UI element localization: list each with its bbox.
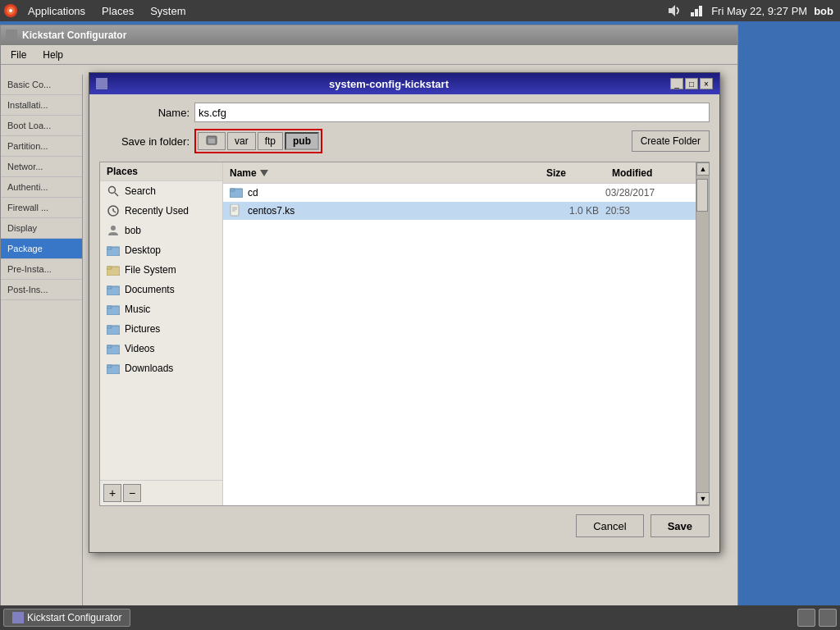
place-search-label: Search [125,185,156,197]
taskbar-icon-2[interactable] [819,609,837,627]
save-button[interactable]: Save [651,514,710,537]
place-bob-label: bob [125,225,141,236]
close-button[interactable]: × [700,78,713,89]
videos-folder-icon [107,342,120,355]
svg-rect-35 [230,189,235,191]
network-icon [688,2,705,19]
svg-point-18 [111,226,116,231]
scrollbar-track[interactable] [696,176,709,492]
place-search[interactable]: Search [100,181,222,201]
scroll-up-button[interactable]: ▲ [696,162,710,176]
scrollbar-thumb[interactable] [696,179,708,212]
save-dialog: system-config-kickstart _ □ × Name: Save… [89,72,720,553]
taskbar-kickstart-icon [12,612,24,623]
svg-rect-24 [107,286,112,289]
files-list: cd 03/28/2017 [223,184,696,505]
places-menu[interactable]: Places [95,3,140,19]
file-icon-centos7 [230,204,243,217]
sidebar-firewall[interactable]: Firewall ... [1,198,82,218]
taskbar-kickstart-button[interactable]: Kickstart Configurator [3,609,130,627]
file-modified-cd: 03/28/2017 [599,187,689,199]
sidebar-preinst[interactable]: Pre-Insta... [1,259,82,280]
place-desktop[interactable]: Desktop [100,240,222,260]
sidebar-postinst[interactable]: Post-Ins... [1,280,82,300]
desktop-folder-icon [107,244,120,257]
maximize-button[interactable]: □ [685,78,698,89]
place-documents[interactable]: Documents [100,280,222,299]
svg-point-2 [9,9,12,12]
svg-rect-30 [107,345,112,348]
breadcrumb-ftp-button[interactable]: ftp [258,132,283,150]
file-name-cd: cd [248,187,533,199]
dialog-titlebar: system-config-kickstart _ □ × [89,73,719,94]
sidebar-package[interactable]: Package [1,239,82,259]
add-place-button[interactable]: + [103,484,121,502]
sort-icon [260,170,268,176]
breadcrumb-pub-button[interactable]: pub [285,132,319,150]
file-size-centos7: 1.0 KB [533,205,599,217]
datetime: Fri May 22, 9:27 PM [711,5,807,17]
svg-rect-22 [107,267,112,269]
files-panel: Name Size Modified [223,162,696,505]
bg-window-icon [6,30,17,41]
files-scrollbar: ▲ ▼ [696,162,709,505]
modified-column-header[interactable]: Modified [605,164,696,182]
svg-rect-28 [107,326,112,328]
name-column-header[interactable]: Name [223,164,540,182]
breadcrumb-var-button[interactable]: var [227,132,256,150]
bg-menubar: File Help [1,45,737,65]
place-downloads[interactable]: Downloads [100,358,222,378]
place-videos[interactable]: Videos [100,339,222,358]
downloads-folder-icon [107,362,120,375]
sidebar-boot[interactable]: Boot Loa... [1,116,82,136]
place-music[interactable]: Music [100,299,222,319]
dialog-title: system-config-kickstart [107,78,670,90]
scroll-down-button[interactable]: ▼ [696,492,710,505]
bg-file-menu[interactable]: File [4,48,33,62]
file-item-centos7[interactable]: centos7.ks 1.0 KB 20:53 [223,202,696,220]
cancel-button[interactable]: Cancel [576,514,643,537]
sidebar-auth[interactable]: Authenti... [1,177,82,198]
place-pictures[interactable]: Pictures [100,319,222,339]
svg-rect-32 [107,365,112,368]
places-list: Search Recently Used [100,181,222,480]
svg-rect-9 [6,30,17,41]
folder-icon-cd [230,186,243,199]
svg-rect-40 [12,612,24,623]
sidebar-basic[interactable]: Basic Co... [1,75,82,95]
place-bob[interactable]: bob [100,221,222,240]
svg-rect-4 [691,12,694,16]
name-input[interactable] [194,103,710,122]
sidebar-display[interactable]: Display [1,218,82,239]
sidebar-network[interactable]: Networ... [1,157,82,177]
svg-rect-36 [231,204,239,216]
size-column-header[interactable]: Size [540,164,605,182]
name-row: Name: [99,103,710,122]
svg-rect-6 [699,6,702,16]
create-folder-button[interactable]: Create Folder [632,130,710,152]
place-recently-used[interactable]: Recently Used [100,201,222,221]
svg-rect-5 [695,9,698,16]
system-menu[interactable]: System [144,3,192,19]
pictures-folder-icon [107,322,120,336]
sidebar-partition[interactable]: Partition... [1,136,82,157]
bg-help-menu[interactable]: Help [36,48,70,62]
minimize-button[interactable]: _ [670,78,683,89]
svg-point-13 [109,187,116,194]
username: bob [814,5,833,17]
file-item-cd[interactable]: cd 03/28/2017 [223,184,696,202]
taskbar-icon-1[interactable] [797,609,815,627]
svg-rect-10 [96,78,107,89]
place-pictures-label: Pictures [125,323,160,335]
place-music-label: Music [125,304,150,315]
dialog-buttons: Cancel Save [99,514,710,544]
place-filesystem[interactable]: File System [100,260,222,280]
applications-menu[interactable]: Applications [21,3,92,19]
music-folder-icon [107,303,120,316]
breadcrumb-home-button[interactable] [198,132,226,150]
gnome-icon [3,3,18,18]
sidebar-install[interactable]: Installati... [1,95,82,116]
remove-place-button[interactable]: − [123,484,141,502]
taskbar-icon-area [797,609,837,627]
file-name-centos7: centos7.ks [248,205,533,217]
